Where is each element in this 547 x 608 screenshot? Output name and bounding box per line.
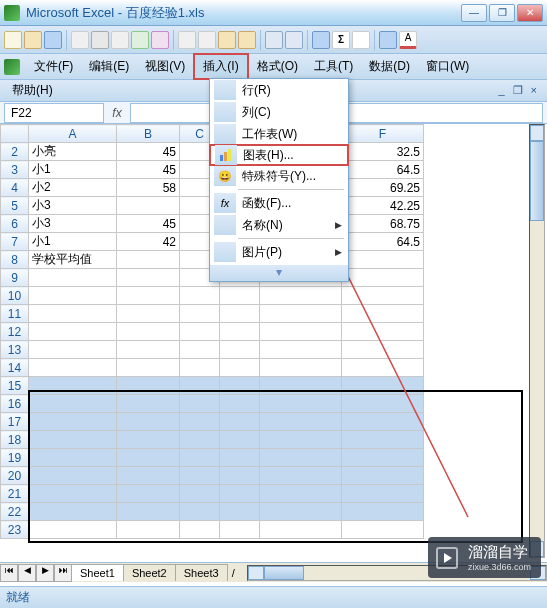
doc-close-button[interactable]: × [531, 84, 537, 97]
cell[interactable] [342, 467, 424, 485]
cell[interactable] [180, 485, 220, 503]
tab-nav-prev[interactable]: ◀ [18, 564, 36, 582]
cell[interactable] [342, 305, 424, 323]
cell[interactable] [342, 449, 424, 467]
maximize-button[interactable]: ❐ [489, 4, 515, 22]
research-icon[interactable] [151, 31, 169, 49]
cell[interactable]: 64.5 [342, 233, 424, 251]
cell[interactable] [342, 485, 424, 503]
cell[interactable] [260, 413, 342, 431]
cell[interactable] [220, 521, 260, 539]
cell[interactable]: 42.25 [342, 197, 424, 215]
open-icon[interactable] [24, 31, 42, 49]
expand-menu-icon[interactable]: ▾ [210, 265, 348, 281]
row-header[interactable]: 6 [1, 215, 29, 233]
cell[interactable] [117, 341, 180, 359]
cell[interactable] [342, 377, 424, 395]
cell[interactable]: 小3 [29, 197, 117, 215]
cell[interactable] [117, 413, 180, 431]
copy-icon[interactable] [198, 31, 216, 49]
cell[interactable] [117, 287, 180, 305]
cell[interactable] [260, 395, 342, 413]
cell[interactable] [260, 377, 342, 395]
cell[interactable]: 小1 [29, 233, 117, 251]
cell[interactable] [117, 269, 180, 287]
select-all-corner[interactable] [1, 125, 29, 143]
undo-icon[interactable] [265, 31, 283, 49]
menu-edit[interactable]: 编辑(E) [81, 55, 137, 78]
redo-icon[interactable] [285, 31, 303, 49]
insert-function[interactable]: fx函数(F)... [210, 192, 348, 214]
row-header[interactable]: 22 [1, 503, 29, 521]
cut-icon[interactable] [178, 31, 196, 49]
cell[interactable] [260, 521, 342, 539]
cell[interactable] [180, 377, 220, 395]
cell[interactable] [29, 305, 117, 323]
insert-worksheet[interactable]: 工作表(W) [210, 123, 348, 145]
scroll-up-button[interactable] [530, 125, 544, 141]
cell[interactable] [117, 359, 180, 377]
cell[interactable] [260, 341, 342, 359]
cell[interactable] [29, 467, 117, 485]
scroll-left-button[interactable] [248, 566, 264, 580]
cell[interactable] [180, 305, 220, 323]
cell[interactable] [342, 287, 424, 305]
cell[interactable] [29, 485, 117, 503]
cell[interactable] [260, 503, 342, 521]
cell[interactable] [342, 251, 424, 269]
cell[interactable] [29, 431, 117, 449]
cell[interactable] [117, 323, 180, 341]
col-header-f[interactable]: F [342, 125, 424, 143]
paste-icon[interactable] [218, 31, 236, 49]
menu-window[interactable]: 窗口(W) [418, 55, 477, 78]
cell[interactable]: 64.5 [342, 161, 424, 179]
row-header[interactable]: 23 [1, 521, 29, 539]
cell[interactable] [220, 323, 260, 341]
cell[interactable] [29, 269, 117, 287]
print-preview-icon[interactable] [111, 31, 129, 49]
cell[interactable] [260, 305, 342, 323]
cell[interactable] [117, 431, 180, 449]
row-header[interactable]: 10 [1, 287, 29, 305]
cell[interactable] [180, 449, 220, 467]
name-box[interactable]: F22 [4, 103, 104, 123]
cell[interactable]: 小3 [29, 215, 117, 233]
cell[interactable] [342, 503, 424, 521]
row-header[interactable]: 21 [1, 485, 29, 503]
sheet-tab-2[interactable]: Sheet2 [123, 564, 176, 581]
menu-format[interactable]: 格式(O) [249, 55, 306, 78]
cell[interactable] [180, 413, 220, 431]
col-header-b[interactable]: B [117, 125, 180, 143]
cell[interactable] [117, 305, 180, 323]
cell[interactable] [342, 395, 424, 413]
insert-chart[interactable]: 图表(H)... [209, 144, 349, 166]
cell[interactable]: 45 [117, 161, 180, 179]
cell[interactable] [180, 521, 220, 539]
doc-minimize-button[interactable]: _ [498, 84, 504, 97]
cell[interactable] [180, 431, 220, 449]
cell[interactable] [117, 467, 180, 485]
cell[interactable] [117, 521, 180, 539]
cell[interactable]: 小亮 [29, 143, 117, 161]
email-icon[interactable] [71, 31, 89, 49]
cell[interactable] [220, 395, 260, 413]
scroll-thumb[interactable] [530, 141, 544, 221]
cell[interactable] [29, 287, 117, 305]
col-header-a[interactable]: A [29, 125, 117, 143]
cell[interactable] [260, 323, 342, 341]
cell[interactable]: 小2 [29, 179, 117, 197]
cell[interactable] [260, 449, 342, 467]
insert-row[interactable]: 行(R) [210, 79, 348, 101]
row-header[interactable]: 17 [1, 413, 29, 431]
insert-column[interactable]: 列(C) [210, 101, 348, 123]
cell[interactable] [29, 377, 117, 395]
tab-nav-first[interactable]: ⏮ [0, 564, 18, 582]
cell[interactable] [180, 323, 220, 341]
cell[interactable] [220, 341, 260, 359]
tab-nav-next[interactable]: ▶ [36, 564, 54, 582]
menu-help[interactable]: 帮助(H) [10, 79, 61, 102]
minimize-button[interactable]: — [461, 4, 487, 22]
cell[interactable] [180, 359, 220, 377]
insert-picture[interactable]: 图片(P)▶ [210, 241, 348, 263]
cell[interactable] [342, 323, 424, 341]
